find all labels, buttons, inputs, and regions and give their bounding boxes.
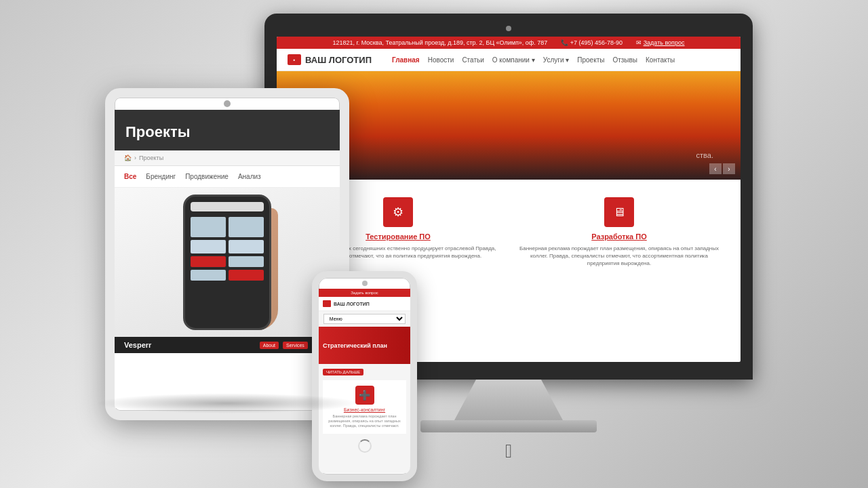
tablet-page-title: Проекты	[125, 123, 329, 141]
tablet-camera	[224, 100, 231, 107]
site-address: 121821, г. Москва, Театральный проезд, д…	[332, 39, 547, 46]
breadcrumb-home-icon[interactable]: 🏠	[124, 155, 132, 161]
phone-service-desc: Баннерная реклама порождает план размеще…	[326, 414, 403, 428]
site-logo: ▪ ВАШ ЛОГОТИП	[288, 54, 372, 65]
filter-branding[interactable]: Брендинг	[146, 173, 176, 180]
site-nav: ▪ ВАШ ЛОГОТИП Главная Новости Статьи О к…	[277, 49, 741, 71]
nav-link-services[interactable]: Услуги ▾	[543, 56, 570, 64]
filter-analysis[interactable]: Анализ	[238, 173, 261, 180]
nav-link-home[interactable]: Главная	[392, 56, 420, 64]
phone-hero-text: Стратегический план	[323, 342, 387, 349]
breadcrumb-current: Проекты	[139, 155, 163, 161]
nav-link-reviews[interactable]: Отзывы	[612, 56, 637, 64]
phone-top-bar	[319, 278, 410, 289]
breadcrumb-separator: ›	[134, 155, 136, 161]
service-card-2: 🖥 Разработка ПО Баннерная реклама порожд…	[509, 190, 730, 274]
phone-loading-spinner	[358, 439, 372, 453]
tablet-breadcrumb: 🏠 › Проекты	[115, 150, 340, 166]
filter-all[interactable]: Все	[124, 173, 136, 180]
site-hero-arrows[interactable]: ‹ ›	[709, 163, 735, 174]
footer-tab-services[interactable]: Services	[283, 342, 308, 349]
phone-logo-icon	[323, 300, 331, 307]
site-nav-links: Главная Новости Статьи О компании ▾ Услу…	[392, 56, 675, 64]
monitor-camera-dot	[506, 26, 511, 31]
footer-tab-about[interactable]: About	[260, 342, 279, 349]
service-icon-testing: ⚙	[383, 197, 413, 227]
service-desc-dev: Баннерная реклама порождает план размеще…	[515, 245, 723, 268]
site-phone: 📞 +7 (495) 456-78-90	[561, 39, 623, 46]
site-logo-text: ВАШ ЛОГОТИП	[305, 55, 372, 65]
monitor-base	[420, 420, 597, 432]
hero-prev-arrow[interactable]: ‹	[709, 163, 722, 174]
phone-read-more[interactable]: ЧИТАТЬ ДАЛЬШЕ	[323, 369, 363, 375]
phone-menu-select[interactable]: Меню	[323, 314, 406, 324]
tablet-shadow	[95, 393, 359, 413]
nav-link-about[interactable]: О компании ▾	[492, 56, 535, 64]
service-icon-dev: 🖥	[604, 197, 634, 227]
phone-topbar-text: Задать вопрос	[351, 291, 378, 295]
phone-hero: Стратегический план	[319, 327, 410, 364]
nav-link-projects[interactable]: Проекты	[577, 56, 604, 64]
phone-logo-text: ВАШ ЛОГОТИП	[334, 302, 370, 306]
phone-camera	[362, 281, 368, 286]
nav-link-news[interactable]: Новости	[428, 56, 454, 64]
site-topbar: 121821, г. Москва, Театральный проезд, д…	[277, 37, 741, 49]
tablet-screen: Проекты 🏠 › Проекты Все Брендинг Продвиж…	[115, 110, 340, 408]
phone-screen: Задать вопрос ВАШ ЛОГОТИП Меню Стратегич…	[319, 289, 410, 473]
nav-link-contacts[interactable]: Контакты	[646, 56, 675, 64]
tablet-footer: Vesperr About Services Team	[115, 337, 340, 353]
phone-bottom	[319, 436, 410, 455]
tablet-filter-bar: Все Брендинг Продвижение Анализ	[115, 166, 340, 188]
tablet-hero-image	[115, 188, 340, 337]
nav-link-articles[interactable]: Статьи	[462, 56, 484, 64]
monitor-stand	[454, 380, 563, 420]
site-logo-icon: ▪	[288, 54, 301, 65]
site-ask-link[interactable]: ✉ Задать вопрос	[636, 39, 684, 46]
phone-topbar: Задать вопрос	[319, 289, 410, 297]
phone: Задать вопрос ВАШ ЛОГОТИП Меню Стратегич…	[312, 271, 417, 481]
tablet-brand: Vesperr	[124, 341, 151, 349]
site-hero-text: ства.	[696, 151, 713, 159]
hero-next-arrow[interactable]: ›	[723, 163, 735, 174]
service-title-dev[interactable]: Разработка ПО	[515, 232, 723, 241]
tablet-header: Проекты	[115, 110, 340, 150]
phone-nav: ВАШ ЛОГОТИП	[319, 297, 410, 311]
filter-promotion[interactable]: Продвижение	[185, 173, 229, 180]
